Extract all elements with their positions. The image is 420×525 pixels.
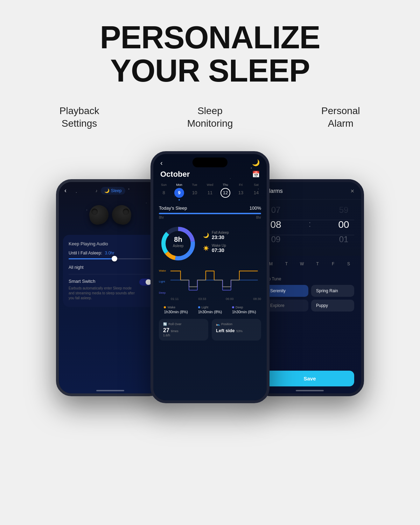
days-row: Sun 8 Mon 9 Tue 10 Wed 11 [153,183,267,201]
tune-spring-rain[interactable]: Spring Rain [311,285,354,297]
sleep-timer-slider[interactable] [69,258,152,259]
tune-puppy[interactable]: Puppy [311,300,354,312]
svg-text:8h: 8h [174,236,182,243]
tune-explore[interactable]: Explore [265,300,308,312]
wake-up-value: 07:30 [212,247,226,253]
wake-up-label: Wake Up [212,244,226,247]
phone-playback: ‹ ♪ 🌙 Sleep Keep Playing Audio [56,179,164,396]
days-selector: M T W T F S [258,255,361,272]
day-w[interactable]: W [296,258,308,270]
alarm-header: Alarms × [258,182,361,200]
left-header: ‹ ♪ 🌙 Sleep [59,182,162,198]
alarm-screen: Alarms × 07 08 09 : 59 00 [258,182,361,393]
sleep-progress-section: Today's Sleep 100% 8hr 8hr [153,205,267,219]
until-asleep-setting: Until I Fall Asleep: 3.0hr [69,251,152,259]
earbud-right [111,203,133,226]
chart-x-labels: 01:11 03:33 06:00 08:30 [171,297,261,301]
wake-up-row: ☀️ Wake Up 07:30 [203,244,261,253]
back-button[interactable]: ‹ [64,187,66,194]
sleep-waveform-chart [170,268,261,296]
wake-dot [164,306,166,308]
legend-wake: Wake 1h30min (8%) [164,306,188,314]
phone-sleep-monitoring: ‹ 🌙 October 📅 Sun 8 Mon 9 [150,151,270,403]
moon-small-icon: 🌙 [203,232,209,238]
position-stat: 🛌 Position Left side 53% [212,319,261,341]
sun-icon: ☀️ [203,245,209,251]
feature-sleep-monitoring: SleepMonitoring [145,105,275,130]
month-label: October [160,170,190,179]
moon-icon: 🌙 [252,159,260,167]
page-headline: PERSONALIZE YOUR SLEEP [100,21,320,87]
day-thu[interactable]: Thu 12 [220,183,230,201]
month-row: October 📅 [153,170,267,183]
legend-deep: Deep 1h30min (8%) [232,306,256,314]
legend-light: Light 1h30min (8%) [198,306,222,314]
day-tue[interactable]: Tue 10 [190,183,200,201]
feature-playback: PlaybackSettings [14,105,145,130]
divider [69,274,152,274]
rollover-stat: 🔄 Roll Over 27 times 1.6/h [159,319,208,341]
day-dot [178,199,180,201]
day-wed[interactable]: Wed 11 [205,183,215,201]
stats-row: 🔄 Roll Over 27 times 1.6/h 🛌 Position [153,319,267,341]
day-sun[interactable]: Sun 8 [159,183,169,201]
tune-serenity[interactable]: Serenity [265,285,308,297]
day-mon[interactable]: Mon 9 [174,183,184,201]
dynamic-island [192,158,227,167]
sleep-tab[interactable]: 🌙 Sleep [101,187,125,195]
smart-switch-title: Smart Switch [69,279,136,284]
day-f[interactable]: F [328,258,339,270]
picker-selection-highlight [265,220,354,235]
sleep-progress-bar [159,213,261,214]
slider-fill [69,258,114,259]
time-picker[interactable]: 07 08 09 : 59 00 01 [258,200,361,255]
wake-tune-section: Up Tune Serenity Spring Rain Explore Pup… [258,276,361,312]
feature-personal-alarm: PersonalAlarm [275,105,406,130]
until-asleep-label: Until I Fall Asleep: 3.0hr [69,251,152,255]
day-s[interactable]: S [343,258,354,270]
day-th[interactable]: T [312,258,323,270]
features-row: PlaybackSettings SleepMonitoring Persona… [14,105,406,130]
sleep-monitoring-screen: ‹ 🌙 October 📅 Sun 8 Mon 9 [153,154,267,400]
calendar-icon[interactable]: 📅 [252,170,260,178]
playback-screen: ‹ ♪ 🌙 Sleep Keep Playing Audio [59,182,162,393]
fall-asleep-row: 🌙 Fall Asleep 23:30 [203,231,261,240]
sleep-progress-header: Today's Sleep 100% [159,205,261,211]
sleep-info: 🌙 Fall Asleep 23:30 ☀️ Wake Up 07:30 [203,231,261,257]
tune-grid: Serenity Spring Rain Explore Puppy [265,285,354,312]
day-t[interactable]: T [281,258,292,270]
phone-alarm: Alarms × 07 08 09 : 59 00 [255,179,364,396]
smart-switch-toggle[interactable] [139,279,152,286]
progress-labels: 8hr 8hr [159,216,261,219]
earbud-left [88,203,110,226]
smart-switch-info: Smart Switch Earbuds automatically enter… [69,279,136,301]
sleep-chart-wrapper: Wake Light Deep [159,268,261,301]
day-fri[interactable]: Fri 13 [236,183,246,201]
back-button-center[interactable]: ‹ [160,159,163,167]
music-tab[interactable]: ♪ [95,188,97,193]
settings-panel: Keep Playing Audio Until I Fall Asleep: … [63,235,158,307]
day-sat[interactable]: Sat 14 [251,183,261,201]
close-button[interactable]: × [350,188,354,195]
home-indicator [96,390,124,391]
fall-asleep-label: Fall Asleep [212,231,229,234]
keep-playing-label: Keep Playing Audio [69,241,152,246]
sleep-percent: 100% [250,205,261,211]
smart-switch-desc: Earbuds automatically enter Sleep mode a… [69,286,136,301]
wake-tune-label: Up Tune [265,276,354,281]
slider-thumb[interactable] [112,256,117,261]
sleep-circle-section: 8h Asleep 🌙 Fall Asleep 23:30 ☀️ [153,224,267,263]
today-sleep-label: Today's Sleep [159,205,187,211]
home-indicator-right [296,390,324,391]
all-night-label: All night [69,265,152,270]
deep-dot [232,306,234,308]
sleep-legend: Wake 1h30min (8%) Light 1h30min (8%) [153,306,267,314]
save-button[interactable]: Save [265,371,354,386]
smart-switch-row: Smart Switch Earbuds automatically enter… [69,279,152,301]
picker-fade-bottom [258,238,361,255]
phones-container: ‹ ♪ 🌙 Sleep Keep Playing Audio [14,151,406,403]
left-tabs: ♪ 🌙 Sleep [95,187,125,195]
sleep-donut-chart: 8h Asleep [159,224,197,263]
svg-text:Asleep: Asleep [173,244,184,248]
progress-fill [159,213,261,214]
